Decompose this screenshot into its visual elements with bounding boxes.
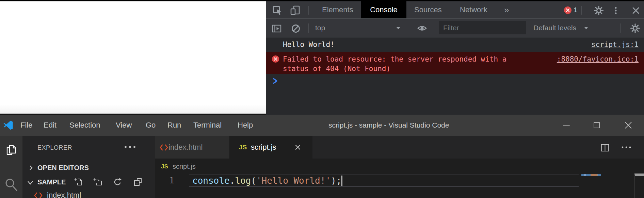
close-icon <box>624 121 633 130</box>
activity-bar <box>0 136 22 198</box>
section-divider <box>22 174 155 174</box>
tab-script-js[interactable]: JS script.js <box>229 136 312 159</box>
divider <box>409 23 409 33</box>
explorer-title: EXPLORER <box>37 143 72 152</box>
code-line[interactable]: console.log('Hello World!'); <box>192 175 341 187</box>
console-prompt-row[interactable] <box>266 74 644 89</box>
chevron-down-icon[interactable] <box>584 27 588 29</box>
kebab-menu-icon[interactable] <box>611 5 621 16</box>
error-badge-icon <box>272 55 279 63</box>
collapse-all-icon[interactable] <box>133 178 142 186</box>
new-file-icon[interactable] <box>74 178 83 186</box>
console-error-message: Failed to load resource: the server resp… <box>283 54 506 73</box>
error-x-icon <box>564 6 571 14</box>
console-log-message: Hello World! <box>283 37 335 52</box>
settings-gear-icon[interactable] <box>594 5 604 16</box>
file-item-label: index.html <box>47 189 81 198</box>
breadcrumb-file-label: script.js <box>173 159 196 175</box>
open-editors-section[interactable]: OPEN EDITORS <box>22 162 155 173</box>
menu-terminal[interactable]: Terminal <box>193 115 222 136</box>
inspect-element-icon[interactable] <box>272 5 283 16</box>
close-window-button[interactable] <box>618 115 639 136</box>
error-line-1: Failed to load resource: the server resp… <box>283 54 506 64</box>
error-count-label: 1 <box>574 1 578 18</box>
refresh-icon[interactable] <box>113 178 122 186</box>
more-tabs-chevron[interactable]: » <box>504 1 509 18</box>
console-error-source-link[interactable]: :8080/favicon.ico:1 <box>557 54 639 64</box>
menu-go[interactable]: Go <box>146 115 156 136</box>
console-error-row: Failed to load resource: the server resp… <box>266 52 644 74</box>
divider <box>308 6 309 15</box>
console-toolbar: top Default levels <box>266 19 644 37</box>
divider <box>581 6 582 15</box>
close-tab-icon[interactable] <box>294 144 301 151</box>
editor-more-actions-icon[interactable] <box>621 146 631 149</box>
code-token: console <box>192 176 230 186</box>
html-file-icon <box>34 192 43 198</box>
tab-label: script.js <box>251 136 276 159</box>
minimap-slider[interactable] <box>634 174 644 176</box>
tab-network[interactable]: Network <box>460 1 487 18</box>
live-expression-eye-icon[interactable] <box>417 23 427 33</box>
maximize-button[interactable] <box>586 115 607 136</box>
open-editors-label: OPEN EDITORS <box>37 162 89 173</box>
file-item-index-html[interactable]: index.html <box>22 189 155 198</box>
editor-tabstrip: index.html JS script.js <box>155 136 644 159</box>
menu-file[interactable]: File <box>20 115 32 136</box>
vscode-logo-icon <box>3 120 13 130</box>
vscode-titlebar: File Edit Selection View Go Run Terminal… <box>0 115 644 136</box>
explorer-more-actions-icon[interactable] <box>124 145 136 149</box>
window-title: script.js - sample - Visual Studio Code <box>328 115 449 136</box>
chevron-down-icon[interactable] <box>396 27 400 29</box>
tab-sources[interactable]: Sources <box>414 1 442 18</box>
new-folder-icon[interactable] <box>93 178 102 186</box>
devtools-tabbar: Elements Console Sources Network » 1 <box>266 1 644 19</box>
tab-index-html[interactable]: index.html <box>155 136 229 159</box>
search-icon[interactable] <box>4 177 18 192</box>
divider <box>434 23 434 33</box>
code-token: ( <box>251 176 256 186</box>
close-devtools-icon[interactable] <box>631 5 641 16</box>
breadcrumb[interactable]: JS script.js <box>155 159 644 175</box>
tab-label: index.html <box>168 136 203 159</box>
console-log-source-link[interactable]: script.js:1 <box>591 37 639 52</box>
devtools-panel: Elements Console Sources Network » 1 <box>266 1 644 115</box>
editor-group: index.html JS script.js JS sc <box>155 136 644 198</box>
tab-elements[interactable]: Elements <box>322 1 353 18</box>
log-level-selector[interactable]: Default levels <box>533 19 576 37</box>
folder-name-label: SAMPLE <box>37 176 66 188</box>
clear-console-icon[interactable] <box>291 23 301 34</box>
menu-help[interactable]: Help <box>238 115 253 136</box>
code-token: . <box>230 176 235 186</box>
explorer-files-icon[interactable] <box>5 144 17 156</box>
menu-selection[interactable]: Selection <box>69 115 100 136</box>
minimize-button[interactable] <box>556 115 577 136</box>
browser-page-blank <box>0 1 266 114</box>
menu-view[interactable]: View <box>116 115 132 136</box>
frame-context-selector[interactable]: top <box>315 19 325 37</box>
line-number: 1 <box>169 175 174 187</box>
js-file-icon: JS <box>239 136 247 159</box>
menu-edit[interactable]: Edit <box>44 115 57 136</box>
error-count-badge[interactable] <box>564 6 571 14</box>
console-log-row: Hello World! script.js:1 <box>266 37 644 52</box>
js-file-icon: JS <box>161 159 168 175</box>
explorer-sidebar: EXPLORER OPEN EDITORS SAMPLE <box>22 136 155 198</box>
text-cursor <box>341 176 342 186</box>
console-filter-input[interactable] <box>439 21 526 34</box>
device-toolbar-icon[interactable] <box>290 5 301 16</box>
error-line-2: status of 404 (Not Found) <box>283 64 506 73</box>
prompt-chevron-icon <box>272 78 279 84</box>
console-sidebar-toggle-icon[interactable] <box>272 23 282 34</box>
code-token: ); <box>331 176 341 186</box>
screen: Elements Console Sources Network » 1 <box>0 0 644 198</box>
chevron-down-icon <box>27 180 34 185</box>
tab-console[interactable]: Console <box>361 1 406 18</box>
divider <box>620 23 621 33</box>
menu-run[interactable]: Run <box>167 115 181 136</box>
minimap-code-line[interactable] <box>581 174 601 176</box>
code-token: 'Hello World!' <box>256 176 331 186</box>
folder-section-sample[interactable]: SAMPLE <box>22 176 155 188</box>
split-editor-icon[interactable] <box>600 143 610 152</box>
console-settings-gear-icon[interactable] <box>630 23 640 33</box>
